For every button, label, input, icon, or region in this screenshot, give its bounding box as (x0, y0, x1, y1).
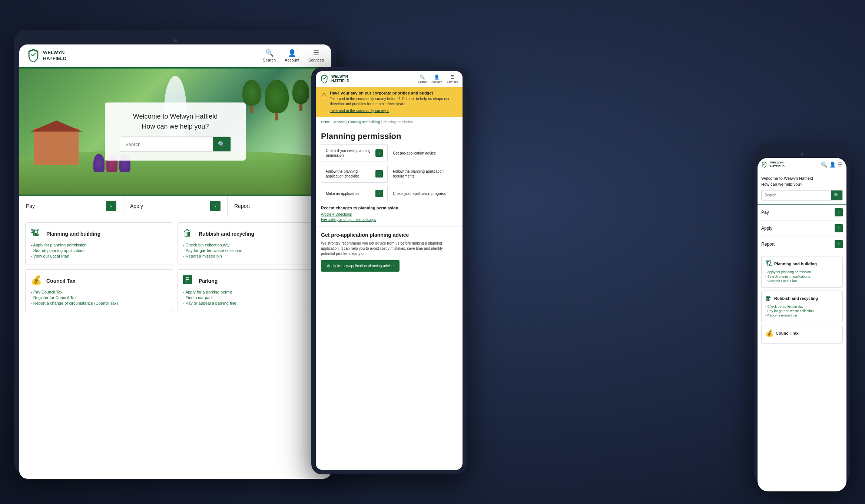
logo-text: WELWYN HATFIELD (43, 50, 66, 61)
ph-planning-link-1[interactable]: Apply for planning permission (765, 270, 839, 274)
action-apply-button[interactable]: Apply › (123, 196, 228, 216)
pre-app-title: Get pre-application planning advice (321, 232, 457, 238)
tablet-screen: WELWYN HATFIELD 🔍 Search 👤 Account ☰ Ser… (19, 44, 331, 479)
logo-shield-icon (27, 48, 40, 63)
ph-header: WELWYN HATFIELD 🔍 👤 ☰ (758, 158, 846, 171)
hero-search-bar: 🔍 (120, 137, 231, 152)
hero-search-input[interactable] (120, 138, 213, 151)
service-card-parking[interactable]: 🅿 Parking Apply for a parking permit Fin… (178, 269, 325, 312)
ph-rubbish-link-3[interactable]: Report a missed bin (765, 314, 839, 317)
ph-account-icon[interactable]: 👤 (829, 162, 836, 168)
parking-link-2[interactable]: Find a car park (183, 295, 320, 300)
planning-link-requirements[interactable]: Follow the planning application requirem… (391, 165, 457, 183)
pre-app-section: Get pre-application planning advice We s… (316, 226, 463, 277)
planning-links: Apply for planning permission Search pla… (31, 243, 168, 258)
council-tax-links: Pay Council Tax Register for Council Tax… (31, 290, 168, 305)
ph-council-tax-header: 💰 Council Tax (765, 329, 839, 337)
ph-council-tax-icon: 💰 (765, 329, 773, 337)
alert-content: Have your say on our corporate prioritie… (330, 91, 457, 113)
recent-changes-title: Recent changes to planning permission (321, 206, 457, 210)
breadcrumb-services[interactable]: Services (332, 120, 345, 124)
action-row: Pay › Apply › Report › (19, 195, 331, 216)
ph-search-button[interactable]: 🔍 (831, 190, 842, 200)
phone-screen: WELWYN HATFIELD 🔍 👤 ☰ Welcome to Welwyn … (758, 158, 846, 491)
account-icon: 👤 (288, 49, 296, 57)
breadcrumb: Home | Services | Planning and building … (316, 117, 463, 127)
ph-planning-icon: 🏗 (765, 260, 772, 268)
rubbish-card-header: 🗑 Rubbish and recycling (183, 228, 320, 240)
ph-apply-arrow-icon: › (835, 224, 843, 232)
rubbish-link-3[interactable]: Report a missed bin (183, 254, 320, 258)
nav-search[interactable]: 🔍 Search (263, 49, 276, 62)
breadcrumb-home[interactable]: Home (321, 120, 330, 124)
hero-search-button[interactable]: 🔍 (213, 137, 231, 152)
t2-nav-search[interactable]: 🔍 Search (418, 74, 427, 83)
t2-nav-services[interactable]: ☰ Services (447, 74, 458, 83)
rubbish-link-1[interactable]: Check bin collection day (183, 243, 320, 247)
ph-rubbish-link-1[interactable]: Check bin collection day (765, 305, 839, 308)
ph-action-apply[interactable]: Apply › (758, 220, 846, 236)
search-magnifier-icon: 🔍 (218, 141, 225, 147)
ph-services-icon[interactable]: ☰ (838, 162, 843, 168)
ph-planning-link-3[interactable]: View our Local Plan (765, 279, 839, 283)
council-tax-link-1[interactable]: Pay Council Tax (31, 290, 168, 294)
ph-rubbish-link-2[interactable]: Pay for garden waste collection (765, 309, 839, 313)
planning-link-check[interactable]: Check if you need planning permission › (321, 144, 388, 162)
planning-link-1[interactable]: Apply for planning permission (31, 243, 168, 247)
planning-link-2[interactable]: Search planning applications (31, 248, 168, 253)
ph-action-pay[interactable]: Pay › (758, 205, 846, 220)
alert-text: Take part in the community survey before… (330, 96, 457, 107)
t2-account-icon: 👤 (434, 74, 440, 80)
hero-trees (242, 80, 309, 120)
pre-app-text: We strongly recommend you get advice fro… (321, 241, 457, 256)
nav-services[interactable]: ☰ Services (308, 49, 324, 62)
ph-search-input[interactable] (762, 191, 831, 199)
recent-link-fire-safety[interactable]: Fire safety and high rise buildings (321, 218, 457, 222)
tablet-notch (19, 35, 331, 44)
planning-link-checklist[interactable]: Follow the planning application checklis… (321, 165, 388, 183)
ph-action-report[interactable]: Report › (758, 236, 846, 252)
rubbish-icon: 🗑 (183, 228, 195, 240)
ph-service-card-council-tax[interactable]: 💰 Council Tax (761, 325, 843, 344)
tablet-hero: Welcome to Welwyn Hatfield How can we he… (19, 69, 331, 195)
ph-service-card-rubbish[interactable]: 🗑 Rubbish and recycling Check bin collec… (761, 291, 843, 322)
council-tax-link-2[interactable]: Register for Council Tax (31, 295, 168, 300)
ph-planning-links: Apply for planning permission Search pla… (765, 270, 839, 283)
tree-3 (292, 80, 309, 120)
service-card-council-tax[interactable]: 💰 Council Tax Pay Council Tax Register f… (25, 269, 173, 312)
t2-services-icon: ☰ (450, 74, 454, 80)
planning-link-progress[interactable]: Check your application progress (391, 186, 457, 201)
parking-link-3[interactable]: Pay or appeal a parking fine (183, 301, 320, 305)
recent-changes-section: Recent changes to planning permission Ar… (316, 206, 463, 226)
tree-top-large (265, 80, 289, 113)
checklist-link-arrow: › (375, 170, 383, 178)
pre-app-button[interactable]: Apply for pre-application planning advic… (321, 260, 400, 272)
tree-top (242, 80, 261, 106)
council-tax-link-3[interactable]: Report a change of circumstance (Council… (31, 301, 168, 305)
t2-nav-account[interactable]: 👤 Account (431, 74, 442, 83)
ph-logo-text: WELWYN HATFIELD (770, 161, 785, 168)
rubbish-link-2[interactable]: Pay for garden waste collection (183, 248, 320, 253)
alert-link[interactable]: Take part in the community survey > (330, 109, 389, 113)
ph-nav: 🔍 👤 ☰ (821, 162, 843, 168)
planning-link-preapp[interactable]: Get pre-application advice (391, 144, 457, 162)
ph-service-cards: 🏗 Planning and building Apply for planni… (758, 252, 846, 491)
nav-account[interactable]: 👤 Account (285, 49, 299, 62)
ph-service-card-planning[interactable]: 🏗 Planning and building Apply for planni… (761, 256, 843, 288)
planning-link-application[interactable]: Make an application › (321, 186, 388, 201)
ph-planning-link-2[interactable]: Search planning applications (765, 275, 839, 278)
breadcrumb-planning[interactable]: Planning and building (348, 120, 380, 124)
council-tax-card-header: 💰 Council Tax (31, 275, 168, 287)
tree-trunk (250, 106, 253, 113)
alert-title: Have your say on our corporate prioritie… (330, 91, 457, 95)
ph-search-icon[interactable]: 🔍 (821, 162, 827, 168)
service-card-rubbish[interactable]: 🗑 Rubbish and recycling Check bin collec… (178, 222, 325, 265)
parking-link-1[interactable]: Apply for a parking permit (183, 290, 320, 294)
planning-link-3[interactable]: View our Local Plan (31, 254, 168, 258)
action-pay-button[interactable]: Pay › (19, 196, 123, 216)
tablet-logo-area: WELWYN HATFIELD (27, 48, 66, 63)
apply-arrow-icon: › (210, 201, 221, 211)
service-card-planning[interactable]: 🏗 Planning and building Apply for planni… (25, 222, 173, 265)
recent-link-article4[interactable]: Article 4 Directions (321, 212, 457, 216)
hero-overlay: Welcome to Welwyn Hatfield How can we he… (105, 103, 246, 161)
